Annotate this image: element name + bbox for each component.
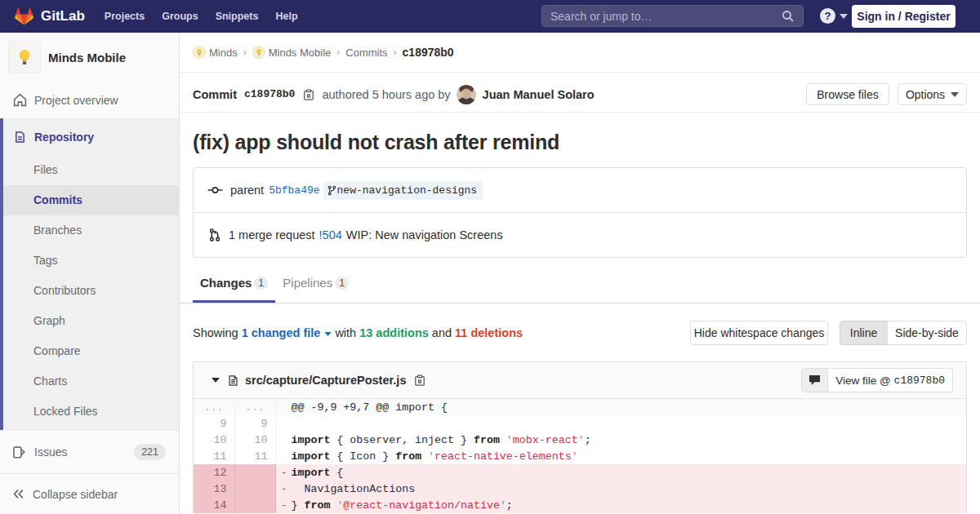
svg-text:?: ? bbox=[825, 10, 831, 22]
